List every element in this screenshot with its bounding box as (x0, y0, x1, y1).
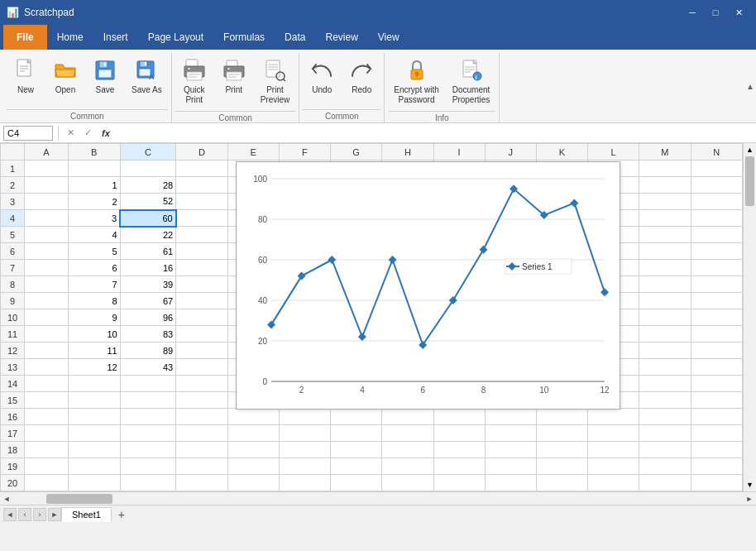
menu-item-review[interactable]: Review (315, 25, 367, 50)
cell-a9[interactable] (25, 293, 69, 309)
cell-c13[interactable]: 43 (120, 359, 176, 376)
row-header-11[interactable]: 11 (1, 326, 25, 343)
cell-a18[interactable] (25, 442, 69, 458)
menu-item-formulas[interactable]: Formulas (213, 25, 275, 50)
cell-a6[interactable] (25, 243, 69, 260)
cell-a13[interactable] (25, 359, 69, 376)
cell-b7[interactable]: 6 (68, 260, 120, 276)
tab-prev-btn[interactable]: ‹ (18, 508, 31, 521)
cell-e20[interactable] (227, 475, 279, 491)
col-header-b[interactable]: B (68, 144, 120, 161)
open-button[interactable]: Open (46, 53, 84, 99)
cell-c20[interactable] (120, 475, 176, 491)
cell-c5[interactable]: 22 (120, 227, 176, 243)
cell-k18[interactable] (536, 442, 587, 458)
cell-a17[interactable] (25, 425, 69, 442)
print-preview-button[interactable]: PrintPreview (255, 53, 296, 109)
cell-a2[interactable] (25, 177, 69, 194)
cell-m20[interactable] (639, 475, 691, 491)
cell-k20[interactable] (536, 475, 587, 491)
col-header-a[interactable]: A (25, 144, 69, 161)
col-header-e[interactable]: E (227, 144, 279, 161)
cell-g20[interactable] (330, 475, 381, 491)
ribbon-collapse-button[interactable]: ▲ (746, 50, 754, 122)
scroll-thumb-horizontal[interactable] (46, 494, 112, 504)
cell-d18[interactable] (176, 442, 227, 458)
col-header-f[interactable]: F (279, 144, 330, 161)
cell-d11[interactable] (176, 326, 227, 343)
cell-m10[interactable] (639, 309, 691, 326)
cell-i17[interactable] (433, 425, 485, 442)
cell-m17[interactable] (639, 425, 691, 442)
cell-l20[interactable] (588, 475, 639, 491)
cell-a19[interactable] (25, 458, 69, 475)
cell-e17[interactable] (227, 425, 279, 442)
fx-button[interactable]: fx (98, 128, 113, 138)
cell-a10[interactable] (25, 309, 69, 326)
cell-m14[interactable] (639, 376, 691, 392)
col-header-i[interactable]: I (433, 144, 485, 161)
cell-a3[interactable] (25, 194, 69, 210)
cell-n14[interactable] (691, 376, 742, 392)
cell-g16[interactable] (330, 409, 381, 425)
row-header-12[interactable]: 12 (1, 343, 25, 359)
cell-d5[interactable] (176, 227, 227, 243)
cell-f19[interactable] (279, 458, 330, 475)
menu-item-insert[interactable]: Insert (93, 25, 138, 50)
minimize-button[interactable]: ─ (682, 4, 703, 21)
cell-a20[interactable] (25, 475, 69, 491)
cell-n11[interactable] (691, 326, 742, 343)
cell-b3[interactable]: 2 (68, 194, 120, 210)
cell-c10[interactable]: 96 (120, 309, 176, 326)
cell-b14[interactable] (68, 376, 120, 392)
close-button[interactable]: ✕ (728, 4, 749, 21)
cell-b12[interactable]: 11 (68, 343, 120, 359)
tab-last-btn[interactable]: ► (48, 508, 61, 521)
row-header-1[interactable]: 1 (1, 161, 25, 177)
cell-b16[interactable] (68, 409, 120, 425)
cell-d20[interactable] (176, 475, 227, 491)
cell-c19[interactable] (120, 458, 176, 475)
cell-k16[interactable] (536, 409, 587, 425)
row-header-14[interactable]: 14 (1, 376, 25, 392)
cell-f20[interactable] (279, 475, 330, 491)
cell-g18[interactable] (330, 442, 381, 458)
redo-button[interactable]: Redo (342, 53, 380, 99)
cell-j19[interactable] (485, 458, 536, 475)
cell-n15[interactable] (691, 392, 742, 409)
cell-g19[interactable] (330, 458, 381, 475)
cell-c14[interactable] (120, 376, 176, 392)
cell-n10[interactable] (691, 309, 742, 326)
cell-b9[interactable]: 8 (68, 293, 120, 309)
tab-next-btn[interactable]: › (33, 508, 46, 521)
cell-m12[interactable] (639, 343, 691, 359)
row-header-10[interactable]: 10 (1, 309, 25, 326)
cell-d7[interactable] (176, 260, 227, 276)
cell-n16[interactable] (691, 409, 742, 425)
row-header-3[interactable]: 3 (1, 194, 25, 210)
cell-d8[interactable] (176, 276, 227, 293)
row-header-13[interactable]: 13 (1, 359, 25, 376)
cell-a16[interactable] (25, 409, 69, 425)
cell-d2[interactable] (176, 177, 227, 194)
menu-item-data[interactable]: Data (275, 25, 315, 50)
cell-g17[interactable] (330, 425, 381, 442)
cell-a1[interactable] (25, 161, 69, 177)
cell-c3[interactable]: 52 (120, 194, 176, 210)
cell-b13[interactable]: 12 (68, 359, 120, 376)
scroll-right-btn[interactable]: ► (743, 495, 756, 503)
cell-b11[interactable]: 10 (68, 326, 120, 343)
cell-b20[interactable] (68, 475, 120, 491)
col-header-h[interactable]: H (382, 144, 433, 161)
encrypt-button[interactable]: Encrypt withPassword (388, 53, 444, 109)
row-header-4[interactable]: 4 (1, 210, 25, 227)
cell-d12[interactable] (176, 343, 227, 359)
row-header-7[interactable]: 7 (1, 260, 25, 276)
cell-n4[interactable] (691, 210, 742, 227)
add-sheet-button[interactable]: + (113, 506, 130, 523)
row-header-16[interactable]: 16 (1, 409, 25, 425)
cell-c9[interactable]: 67 (120, 293, 176, 309)
cell-a15[interactable] (25, 392, 69, 409)
cell-h16[interactable] (382, 409, 433, 425)
cell-a14[interactable] (25, 376, 69, 392)
